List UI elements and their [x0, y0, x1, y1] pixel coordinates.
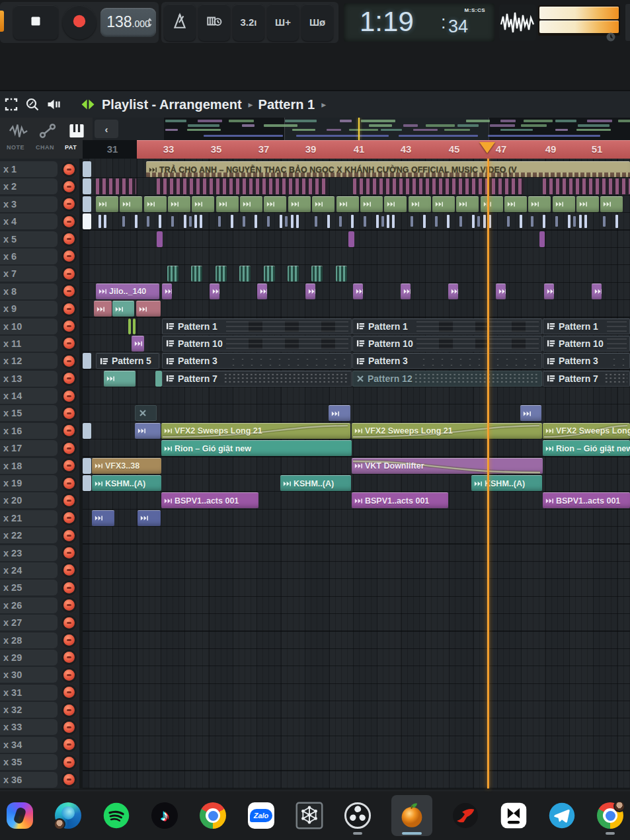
- audio-clip[interactable]: [553, 196, 575, 212]
- audio-mini-clip[interactable]: [448, 284, 458, 299]
- breadcrumb-item[interactable]: Playlist - Arrangement: [102, 97, 242, 112]
- note-stripe-clip[interactable]: [96, 178, 136, 194]
- zoom-magnifier-icon[interactable]: [22, 95, 42, 114]
- note-bar-clip[interactable]: [157, 231, 163, 247]
- audio-chop-clip[interactable]: [216, 266, 227, 282]
- audio-clip[interactable]: [600, 196, 623, 212]
- note-pattern-clip[interactable]: [96, 213, 628, 229]
- audio-mini-clip[interactable]: [92, 510, 114, 526]
- taskbar-app-telegram[interactable]: [547, 795, 577, 836]
- stop-button[interactable]: [13, 5, 58, 40]
- audio-mini-clip[interactable]: [305, 284, 315, 299]
- clip-marker-cell[interactable]: [83, 196, 91, 212]
- pattern-clip[interactable]: Pattern 3: [352, 353, 542, 369]
- pattern-clip[interactable]: Pattern 10: [352, 336, 542, 352]
- pattern-clip[interactable]: Pattern 10: [543, 336, 630, 352]
- audio-mini-clip[interactable]: [162, 284, 172, 299]
- typing-to-piano-button[interactable]: Ш+: [267, 4, 299, 41]
- audio-chop-clip[interactable]: [288, 266, 299, 282]
- audio-mini-clip[interactable]: [353, 284, 363, 299]
- audio-mini-clip[interactable]: [135, 423, 161, 439]
- pattern-clip[interactable]: Pattern 3: [162, 353, 352, 369]
- play-button[interactable]: [0, 11, 4, 32]
- audio-mini-clip[interactable]: [257, 284, 267, 299]
- metronome-button[interactable]: [164, 4, 196, 41]
- audio-clip[interactable]: Jilo.._140: [96, 284, 159, 299]
- detach-icon[interactable]: [1, 95, 21, 114]
- countdown-button[interactable]: 3.2ı: [233, 4, 264, 41]
- taskbar-app-edge[interactable]: [54, 795, 83, 836]
- audio-mini-clip[interactable]: [104, 371, 136, 387]
- oscilloscope[interactable]: [499, 5, 536, 40]
- audio-clip[interactable]: [192, 196, 214, 212]
- audio-mini-clip[interactable]: [401, 284, 411, 299]
- audio-clip[interactable]: KSHM..(A): [92, 475, 161, 491]
- tempo-display[interactable]: 138.000: [100, 8, 156, 37]
- audio-clip[interactable]: [576, 196, 599, 212]
- audio-chop-clip[interactable]: [167, 266, 178, 282]
- clip-marker-cell[interactable]: [83, 475, 91, 491]
- audio-mini-clip[interactable]: [138, 510, 161, 526]
- preview-speaker-icon[interactable]: [44, 95, 63, 114]
- note-stripe-clip[interactable]: [543, 178, 630, 194]
- audio-mini-clip[interactable]: [329, 405, 350, 421]
- audio-clip[interactable]: TRẢ CHO ANH – NGUYỄN THẠC BẢO NGỌC X KHÁ…: [146, 161, 630, 177]
- clip-marker-cell[interactable]: [83, 353, 91, 369]
- audio-clip[interactable]: [120, 196, 142, 212]
- audio-clip[interactable]: [504, 196, 527, 212]
- audio-mini-clip[interactable]: [592, 284, 602, 299]
- clip-marker-cell[interactable]: [83, 178, 91, 194]
- note-bar-clip[interactable]: [155, 371, 162, 387]
- pattern-clip[interactable]: Pattern 1: [352, 319, 542, 334]
- clip-marker-cell[interactable]: [83, 161, 91, 177]
- taskbar-app-spotify[interactable]: [102, 795, 132, 836]
- audio-clip[interactable]: Rion – Gió giật new: [161, 440, 352, 456]
- note-stripe-clip[interactable]: [353, 178, 524, 194]
- audio-clip[interactable]: [264, 196, 286, 212]
- note-stripe-clip[interactable]: [157, 178, 328, 194]
- audio-mini-clip[interactable]: [132, 336, 144, 352]
- note-bar-clip[interactable]: [348, 231, 354, 247]
- audio-mini-clip[interactable]: [136, 301, 161, 317]
- automation-audio-clip[interactable]: VFX2 Sweeps Long 21: [543, 423, 630, 439]
- playhead-line[interactable]: [487, 159, 489, 788]
- automation-audio-clip[interactable]: VFX2 Sweeps Long 21: [161, 423, 350, 439]
- blend-recording-button[interactable]: Шø: [301, 4, 333, 41]
- audio-clip[interactable]: BSPV1..acts 001: [161, 492, 258, 508]
- audio-clip[interactable]: [336, 196, 359, 212]
- audio-mini-clip[interactable]: [210, 284, 219, 299]
- taskbar-app-obs[interactable]: [343, 795, 373, 836]
- pattern-clip[interactable]: Pattern 1: [162, 319, 352, 334]
- audio-mini-clip[interactable]: [544, 284, 554, 299]
- note-bar-clip[interactable]: [128, 319, 131, 334]
- audio-clip[interactable]: [360, 196, 383, 212]
- muted-mini-clip[interactable]: [135, 405, 157, 421]
- clip-marker-cell[interactable]: [83, 423, 91, 439]
- audio-clip[interactable]: KSHM..(A): [471, 475, 542, 491]
- audio-chop-clip[interactable]: [311, 266, 323, 282]
- pattern-clip[interactable]: Pattern 7: [162, 371, 352, 387]
- pattern-clip[interactable]: Pattern 3: [543, 353, 630, 369]
- audio-mini-clip[interactable]: [94, 301, 112, 317]
- audio-clip[interactable]: [168, 196, 190, 212]
- audio-clip[interactable]: KSHM..(A): [280, 475, 351, 491]
- taskbar-app-zalo[interactable]: Zalo: [247, 795, 276, 836]
- automation-audio-clip[interactable]: VFX2 Sweeps Long 21: [352, 423, 542, 439]
- audio-chop-clip[interactable]: [264, 266, 275, 282]
- audio-clip[interactable]: [528, 196, 551, 212]
- pattern-clip[interactable]: Pattern 7: [543, 371, 630, 387]
- pattern-clip[interactable]: Pattern 10: [162, 336, 352, 352]
- audio-clip[interactable]: VFX3..38: [92, 458, 161, 474]
- time-display[interactable]: 1:19 : 34 M:S:CS: [344, 3, 494, 42]
- audio-mini-clip[interactable]: [520, 405, 541, 421]
- note-bar-clip[interactable]: [539, 231, 545, 247]
- taskbar-app-aimp[interactable]: [451, 795, 481, 836]
- audio-mini-clip[interactable]: [112, 301, 134, 317]
- record-button[interactable]: [62, 5, 97, 40]
- song-mode-icon[interactable]: [78, 95, 98, 114]
- audio-chop-clip[interactable]: [191, 266, 202, 282]
- audio-chop-clip[interactable]: [239, 266, 251, 282]
- audio-clip[interactable]: [384, 196, 407, 212]
- audio-clip[interactable]: BSPV1..acts 001: [543, 492, 630, 508]
- muted-pattern-clip[interactable]: Pattern 12: [352, 371, 542, 387]
